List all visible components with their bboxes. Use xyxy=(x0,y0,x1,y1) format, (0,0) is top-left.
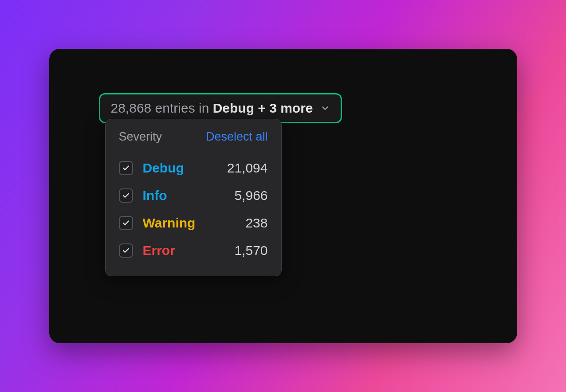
severity-dropdown-menu: Severity Deselect all Debug21,094Info5,9… xyxy=(105,119,282,276)
trigger-selection-text: Debug + 3 more xyxy=(213,101,313,115)
chevron-down-icon xyxy=(320,103,330,113)
deselect-all-link[interactable]: Deselect all xyxy=(206,130,268,144)
menu-header: Severity Deselect all xyxy=(119,130,268,144)
option-count: 21,094 xyxy=(227,161,268,176)
checkbox-warning[interactable] xyxy=(119,216,133,230)
severity-option-debug[interactable]: Debug21,094 xyxy=(119,154,268,182)
option-label: Info xyxy=(143,188,225,203)
option-count: 1,570 xyxy=(234,243,267,258)
app-panel: 28,868 entries in Debug + 3 more Severit… xyxy=(49,49,517,343)
option-count: 5,966 xyxy=(234,188,267,203)
severity-option-error[interactable]: Error1,570 xyxy=(119,237,268,264)
severity-option-info[interactable]: Info5,966 xyxy=(119,182,268,209)
checkbox-error[interactable] xyxy=(119,243,133,258)
option-label: Warning xyxy=(143,216,236,231)
severity-option-warning[interactable]: Warning238 xyxy=(119,209,268,237)
option-label: Debug xyxy=(143,161,217,176)
trigger-prefix-text: 28,868 entries in xyxy=(111,101,213,115)
option-count: 238 xyxy=(245,216,267,231)
checkbox-info[interactable] xyxy=(119,188,133,203)
menu-title: Severity xyxy=(119,130,162,144)
option-label: Error xyxy=(143,243,225,258)
checkbox-debug[interactable] xyxy=(119,161,133,175)
